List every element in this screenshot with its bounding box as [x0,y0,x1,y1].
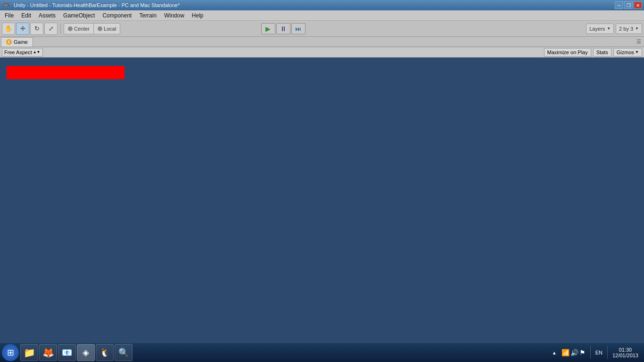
taskbar: ⊞ 📁 🦊 📧 ◈ 🐧 🔍 ▲ 📶 🔊 ⚑ EN 01:30 12/01/201… [0,343,644,362]
game-tab-icon: € [6,39,12,45]
layout-dropdown[interactable]: 2 by 3 ▼ [616,24,642,34]
app2-taskbar-button[interactable]: 🔍 [115,344,132,361]
layout-dropdown-arrow: ▼ [635,26,639,31]
layout-label: 2 by 3 [619,26,633,32]
game-tab-label: Game [14,39,28,45]
clock-time: 01:30 [619,347,632,353]
clock-date: 12/01/2013 [612,353,638,358]
play-controls: ▶ ⏸ ⏭ [261,23,305,34]
explorer-taskbar-button[interactable]: 📁 [20,344,38,361]
health-bar [7,66,124,79]
gizmos-label: Gizmos [617,49,634,55]
toolbar: ✋ ✛ ↻ ⤢ Center Local ▶ ⏸ ⏭ Layers ▼ 2 by… [0,21,644,37]
center-icon [68,26,73,31]
rotate-tool-button[interactable]: ↻ [30,23,43,35]
game-viewport [0,58,644,343]
thunderbird-taskbar-button[interactable]: 📧 [58,344,76,361]
aspect-label: Free Aspect [4,49,32,55]
network-tray-icon[interactable]: 📶 [561,349,570,356]
step-button[interactable]: ⏭ [291,23,305,34]
toolbar-separator-1 [60,24,61,34]
menu-edit[interactable]: Edit [17,10,35,20]
aspect-dropdown-arrow: ▲▼ [33,50,41,54]
toolbar-right: Layers ▼ 2 by 3 ▼ [586,24,642,34]
layers-label: Layers [589,26,605,32]
close-button[interactable]: ✕ [634,1,642,9]
pause-button[interactable]: ⏸ [276,23,290,34]
play-button[interactable]: ▶ [261,23,275,34]
game-toolbar: Free Aspect ▲▼ Maximize on Play Stats Gi… [0,47,644,58]
menu-window[interactable]: Window [160,10,188,20]
game-panel: € Game ☰ Free Aspect ▲▼ Maximize on Play… [0,37,644,343]
layers-dropdown[interactable]: Layers ▼ [586,24,614,34]
volume-tray-icon[interactable]: 🔊 [570,349,578,356]
local-label: Local [104,26,116,32]
scale-tool-button[interactable]: ⤢ [44,23,58,35]
gizmos-button[interactable]: Gizmos ▼ [613,48,642,57]
unity-icon: 🎮 [2,1,10,9]
stats-button[interactable]: Stats [593,48,611,57]
local-button[interactable]: Local [94,24,120,34]
language-button[interactable]: EN [594,349,604,356]
menu-file[interactable]: File [1,10,17,20]
window-controls: ─ ❐ ✕ [615,1,642,9]
game-tab-bar: € Game ☰ [0,37,644,47]
maximize-on-play-button[interactable]: Maximize on Play [544,48,591,57]
aspect-dropdown[interactable]: Free Aspect ▲▼ [2,48,43,57]
center-button[interactable]: Center [64,24,94,34]
menu-component[interactable]: Component [99,10,135,20]
window-title: Unity - Untitled - Tutorials-HealthBarEx… [10,2,615,8]
unity-taskbar-button[interactable]: ◈ [77,344,95,361]
hand-tool-button[interactable]: ✋ [2,23,15,35]
gizmos-dropdown-arrow: ▼ [635,50,639,54]
local-icon [98,26,102,31]
move-tool-button[interactable]: ✛ [16,23,29,35]
taskbar-sep-2 [607,346,608,359]
game-tab-menu-icon[interactable]: ☰ [635,39,643,45]
game-tab[interactable]: € Game [1,37,33,47]
clock[interactable]: 01:30 12/01/2013 [611,347,640,358]
layers-dropdown-arrow: ▼ [607,26,611,31]
menu-terrain[interactable]: Terrain [135,10,160,20]
menu-bar: File Edit Assets GameObject Component Te… [0,10,644,21]
firefox-taskbar-button[interactable]: 🦊 [39,344,57,361]
menu-gameobject[interactable]: GameObject [59,10,99,20]
menu-help[interactable]: Help [188,10,207,20]
title-bar: 🎮 Unity - Untitled - Tutorials-HealthBar… [0,0,644,10]
pivot-toggle-group: Center Local [64,23,120,34]
menu-assets[interactable]: Assets [35,10,59,20]
start-button[interactable]: ⊞ [2,344,19,361]
taskbar-sep [590,346,591,359]
transform-tools: ✋ ✛ ↻ ⤢ [2,23,58,35]
minimize-button[interactable]: ─ [615,1,623,9]
tray-expand-button[interactable]: ▲ [551,350,558,355]
center-label: Center [74,26,90,32]
flag-tray-icon[interactable]: ⚑ [579,349,586,356]
taskbar-right: ▲ 📶 🔊 ⚑ EN 01:30 12/01/2013 [551,346,643,359]
restore-button[interactable]: ❐ [624,1,633,9]
game-toolbar-right: Maximize on Play Stats Gizmos ▼ [544,48,642,57]
app1-taskbar-button[interactable]: 🐧 [96,344,114,361]
system-tray: 📶 🔊 ⚑ [560,349,587,356]
